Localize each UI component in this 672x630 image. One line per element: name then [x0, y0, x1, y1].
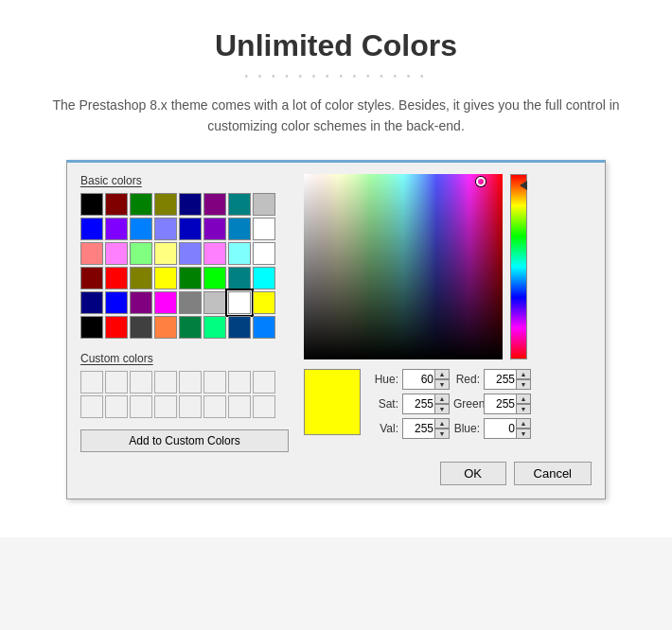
- blue-up-button[interactable]: ▲: [516, 418, 531, 429]
- basic-color-swatch[interactable]: [179, 193, 202, 216]
- basic-color-swatch[interactable]: [228, 316, 251, 339]
- page-description: The Prestashop 8.x theme comes with a lo…: [19, 95, 653, 137]
- custom-colors-label: Custom colors: [80, 352, 289, 365]
- basic-color-swatch[interactable]: [203, 242, 226, 265]
- basic-color-swatch[interactable]: [154, 291, 177, 314]
- basic-color-swatch[interactable]: [179, 316, 202, 339]
- val-down-button[interactable]: ▼: [434, 429, 450, 439]
- val-up-button[interactable]: ▲: [434, 418, 450, 429]
- hue-down-button[interactable]: ▼: [434, 379, 450, 390]
- basic-color-swatch[interactable]: [253, 291, 275, 314]
- basic-color-swatch[interactable]: [105, 218, 128, 240]
- basic-color-swatch[interactable]: [105, 316, 128, 339]
- basic-color-swatch[interactable]: [203, 291, 226, 314]
- basic-color-swatch[interactable]: [130, 316, 152, 339]
- basic-color-swatch[interactable]: [154, 218, 177, 240]
- custom-color-swatch[interactable]: [203, 371, 226, 394]
- basic-color-swatch[interactable]: [105, 291, 128, 314]
- hue-up-button[interactable]: ▲: [434, 369, 450, 379]
- blue-spinner-buttons: ▲ ▼: [516, 418, 531, 439]
- basic-color-swatch[interactable]: [228, 242, 251, 265]
- basic-color-swatch[interactable]: [253, 218, 275, 240]
- color-dialog: Basic colors Custom colors Add to Custom…: [66, 160, 606, 499]
- red-up-button[interactable]: ▲: [516, 369, 531, 379]
- basic-color-swatch[interactable]: [80, 218, 103, 240]
- basic-color-swatch[interactable]: [130, 267, 152, 289]
- dialog-body: Basic colors Custom colors Add to Custom…: [80, 174, 592, 452]
- custom-color-swatch[interactable]: [228, 395, 251, 418]
- basic-color-swatch[interactable]: [203, 316, 226, 339]
- sat-label: Sat:: [372, 397, 398, 411]
- basic-colors-grid: [80, 193, 289, 339]
- custom-color-swatch[interactable]: [130, 395, 152, 418]
- val-spinner-buttons: ▲ ▼: [434, 418, 450, 439]
- sat-down-button[interactable]: ▼: [434, 404, 450, 414]
- basic-color-swatch[interactable]: [80, 193, 103, 216]
- custom-color-swatch[interactable]: [80, 395, 103, 418]
- basic-color-swatch[interactable]: [253, 193, 275, 216]
- basic-color-swatch[interactable]: [80, 291, 103, 314]
- basic-color-swatch[interactable]: [105, 267, 128, 289]
- custom-color-swatch[interactable]: [253, 395, 275, 418]
- custom-color-swatch[interactable]: [154, 395, 177, 418]
- basic-color-swatch[interactable]: [130, 242, 152, 265]
- green-spinner-buttons: ▲ ▼: [516, 394, 531, 414]
- red-down-button[interactable]: ▼: [516, 379, 531, 390]
- basic-color-swatch[interactable]: [179, 291, 202, 314]
- red-spinner-buttons: ▲ ▼: [516, 369, 531, 390]
- basic-color-swatch[interactable]: [105, 242, 128, 265]
- basic-color-swatch[interactable]: [154, 193, 177, 216]
- custom-color-swatch[interactable]: [105, 371, 128, 394]
- custom-color-swatch[interactable]: [203, 395, 226, 418]
- basic-color-swatch[interactable]: [203, 193, 226, 216]
- basic-color-swatch[interactable]: [130, 291, 152, 314]
- basic-color-swatch[interactable]: [130, 218, 152, 240]
- basic-color-swatch[interactable]: [154, 242, 177, 265]
- basic-color-swatch[interactable]: [179, 242, 202, 265]
- basic-color-swatch[interactable]: [105, 193, 128, 216]
- custom-color-swatch[interactable]: [228, 371, 251, 394]
- custom-color-swatch[interactable]: [130, 371, 152, 394]
- basic-color-swatch[interactable]: [154, 316, 177, 339]
- basic-color-swatch[interactable]: [253, 242, 275, 265]
- cancel-button[interactable]: Cancel: [514, 462, 592, 485]
- hue-slider-arrow: [520, 181, 527, 190]
- dialog-wrapper: Basic colors Custom colors Add to Custom…: [19, 160, 653, 499]
- basic-color-swatch[interactable]: [228, 267, 251, 289]
- basic-color-swatch[interactable]: [80, 316, 103, 339]
- spectrum-canvas[interactable]: [304, 174, 503, 359]
- custom-color-swatch[interactable]: [80, 371, 103, 394]
- basic-color-swatch[interactable]: [203, 218, 226, 240]
- basic-color-swatch[interactable]: [253, 267, 275, 289]
- basic-color-swatch[interactable]: [130, 193, 152, 216]
- basic-color-swatch[interactable]: [228, 193, 251, 216]
- basic-color-swatch[interactable]: [154, 267, 177, 289]
- sat-up-button[interactable]: ▲: [434, 394, 450, 404]
- right-panel: Hue: ▲ ▼ Red:: [304, 174, 592, 452]
- basic-color-swatch[interactable]: [253, 316, 275, 339]
- custom-color-swatch[interactable]: [179, 371, 202, 394]
- green-up-button[interactable]: ▲: [516, 394, 531, 404]
- custom-color-swatch[interactable]: [179, 395, 202, 418]
- basic-color-swatch[interactable]: [228, 291, 251, 314]
- basic-color-swatch[interactable]: [80, 267, 103, 289]
- custom-color-swatch[interactable]: [105, 395, 128, 418]
- spectrum-cursor: [476, 177, 486, 186]
- basic-color-swatch[interactable]: [203, 267, 226, 289]
- hue-slider[interactable]: [510, 174, 527, 359]
- custom-color-swatch[interactable]: [253, 371, 275, 394]
- custom-colors-grid: [80, 371, 289, 418]
- basic-color-swatch[interactable]: [80, 242, 103, 265]
- sat-spinner-buttons: ▲ ▼: [434, 394, 450, 414]
- basic-color-swatch[interactable]: [228, 218, 251, 240]
- blue-spinner: ▲ ▼: [484, 418, 531, 439]
- basic-color-swatch[interactable]: [179, 218, 202, 240]
- green-label: Green:: [453, 397, 480, 411]
- custom-color-swatch[interactable]: [154, 371, 177, 394]
- add-custom-colors-button[interactable]: Add to Custom Colors: [80, 429, 289, 452]
- blue-down-button[interactable]: ▼: [516, 429, 531, 439]
- ok-button[interactable]: OK: [440, 462, 506, 485]
- spectrum-black-layer: [304, 174, 503, 359]
- basic-color-swatch[interactable]: [179, 267, 202, 289]
- green-down-button[interactable]: ▼: [516, 404, 531, 414]
